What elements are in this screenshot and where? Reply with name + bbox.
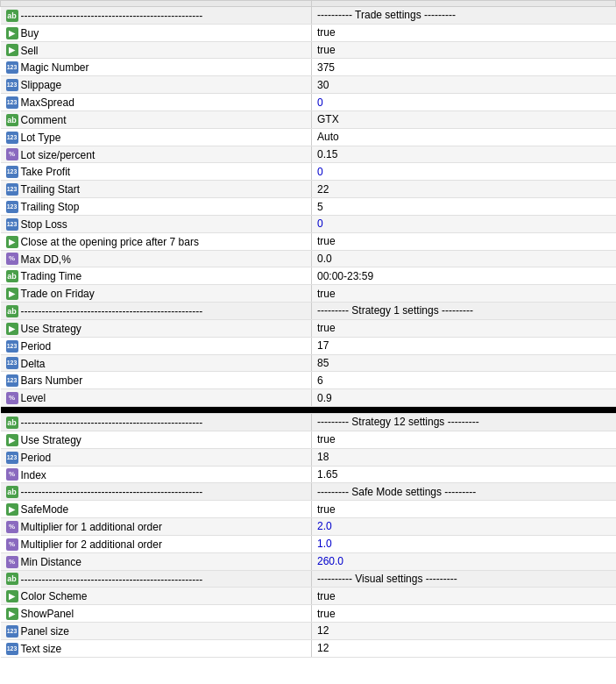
arr-icon: ▶ <box>6 288 18 300</box>
value-cell: 0 <box>312 94 616 111</box>
pct-icon: % <box>6 521 18 533</box>
table-row: %Multiplier for 2 additional order1.0 <box>1 535 616 552</box>
value-cell: 0 <box>312 163 616 181</box>
table-row: %Index1.65 <box>1 466 616 483</box>
table-row <box>1 407 616 414</box>
value-cell: true <box>312 605 616 623</box>
variable-name: Bars Number <box>21 374 83 387</box>
table-row: %Lot size/percent0.15 <box>1 146 616 163</box>
123-icon: 123 <box>6 452 18 464</box>
value-cell: GTX <box>312 110 616 128</box>
variable-name: Magic Number <box>21 61 89 74</box>
value-cell: 18 <box>312 448 616 466</box>
variable-name: Trading Time <box>21 270 82 282</box>
variable-name: Level <box>21 392 46 404</box>
value-cell: 5 <box>312 198 616 216</box>
value-cell: 0 <box>312 215 616 232</box>
value-cell: 17 <box>312 337 616 354</box>
variable-name: Delta <box>21 357 46 369</box>
variable-cell: %Index <box>1 466 312 483</box>
variable-cell: 123Delta <box>1 354 312 372</box>
ab-icon: ab <box>6 305 18 317</box>
123-icon: 123 <box>6 61 18 74</box>
arr-icon: ▶ <box>6 434 18 446</box>
value-cell: true <box>312 41 616 59</box>
value-cell: true <box>312 431 616 448</box>
123-icon: 123 <box>6 183 18 196</box>
variable-cell: %Multiplier for 1 additional order <box>1 518 312 536</box>
variable-name: Lot size/percent <box>21 148 96 160</box>
variable-cell: 123MaxSpread <box>1 94 312 111</box>
variable-cell: ▶Close at the opening price after 7 bars <box>1 232 312 250</box>
arr-icon: ▶ <box>6 503 18 516</box>
table-row: 123Stop Loss0 <box>1 215 616 232</box>
pct-icon: % <box>6 538 18 551</box>
variable-cell: %Level <box>1 389 312 407</box>
variable-name: SafeMode <box>21 503 69 516</box>
ab-icon: ab <box>6 10 18 22</box>
table-row: 123Trailing Start22 <box>1 181 616 198</box>
value-cell: 260.0 <box>312 552 616 570</box>
variable-name: Use Strategy <box>21 434 81 446</box>
variable-name: Text size <box>21 643 62 655</box>
ab-icon: ab <box>6 270 18 282</box>
value-cell: true <box>312 232 616 250</box>
variable-name: Trailing Stop <box>21 201 80 213</box>
value-cell: 22 <box>312 181 616 198</box>
table-row: 123Lot TypeAuto <box>1 128 616 146</box>
value-cell: 0.0 <box>312 250 616 267</box>
arr-icon: ▶ <box>6 44 18 56</box>
variable-name: Period <box>21 452 52 464</box>
table-row: 123Trailing Stop5 <box>1 198 616 216</box>
variable-cell: ▶Use Strategy <box>1 431 312 448</box>
ab-icon: ab <box>6 114 18 126</box>
table-row: abTrading Time00:00-23:59 <box>1 267 616 285</box>
arr-icon: ▶ <box>6 608 18 620</box>
ab-icon: ab <box>6 417 18 429</box>
table-row: ▶Buytrue <box>1 24 616 41</box>
variable-name: Slippage <box>21 79 62 91</box>
table-row: ▶SafeModetrue <box>1 501 616 518</box>
variable-name: Stop Loss <box>21 218 67 231</box>
table-row: ▶Trade on Fridaytrue <box>1 285 616 303</box>
value-cell: ---------- Trade settings --------- <box>312 7 616 25</box>
variable-name: ----------------------------------------… <box>21 10 203 22</box>
variable-name: MaxSpread <box>21 96 74 109</box>
variable-cell: ab--------------------------------------… <box>1 303 312 320</box>
table-row: 123Period17 <box>1 337 616 354</box>
variable-name: Trade on Friday <box>21 288 95 300</box>
pct-icon: % <box>6 253 18 265</box>
variable-cell: 123Period <box>1 337 312 354</box>
variable-name: Multiplier for 2 additional order <box>21 538 162 551</box>
variable-name: Panel size <box>21 625 69 638</box>
variable-cell: 123Lot Type <box>1 128 312 146</box>
table-row: 123Magic Number375 <box>1 59 616 76</box>
value-cell: 1.65 <box>312 466 616 483</box>
table-row: ▶Use Strategytrue <box>1 319 616 337</box>
arr-icon: ▶ <box>6 236 18 248</box>
variable-name: ----------------------------------------… <box>21 417 203 429</box>
variable-cell: 123Panel size <box>1 622 312 639</box>
123-icon: 123 <box>6 132 18 144</box>
variable-name: Multiplier for 1 additional order <box>21 521 162 533</box>
table-row: 123Panel size12 <box>1 622 616 639</box>
variable-cell: 123Take Profit <box>1 163 312 181</box>
value-cell: 1.0 <box>312 535 616 552</box>
arr-icon: ▶ <box>6 27 18 39</box>
variable-name: Sell <box>21 44 39 56</box>
123-icon: 123 <box>6 218 18 231</box>
table-row: 123Text size12 <box>1 639 616 657</box>
variable-name: ----------------------------------------… <box>21 573 203 585</box>
123-icon: 123 <box>6 340 18 353</box>
table-row: ▶Color Schemetrue <box>1 588 616 605</box>
value-cell: 6 <box>312 372 616 389</box>
value-cell: 12 <box>312 639 616 657</box>
value-cell: ---------- Visual settings --------- <box>312 570 616 588</box>
table-row: ▶Use Strategytrue <box>1 431 616 448</box>
variable-cell: %Multiplier for 2 additional order <box>1 535 312 552</box>
value-cell: 00:00-23:59 <box>312 267 616 285</box>
variable-cell: ab--------------------------------------… <box>1 483 312 501</box>
ab-icon: ab <box>6 486 18 498</box>
variable-cell: ab--------------------------------------… <box>1 570 312 588</box>
value-cell: true <box>312 24 616 41</box>
